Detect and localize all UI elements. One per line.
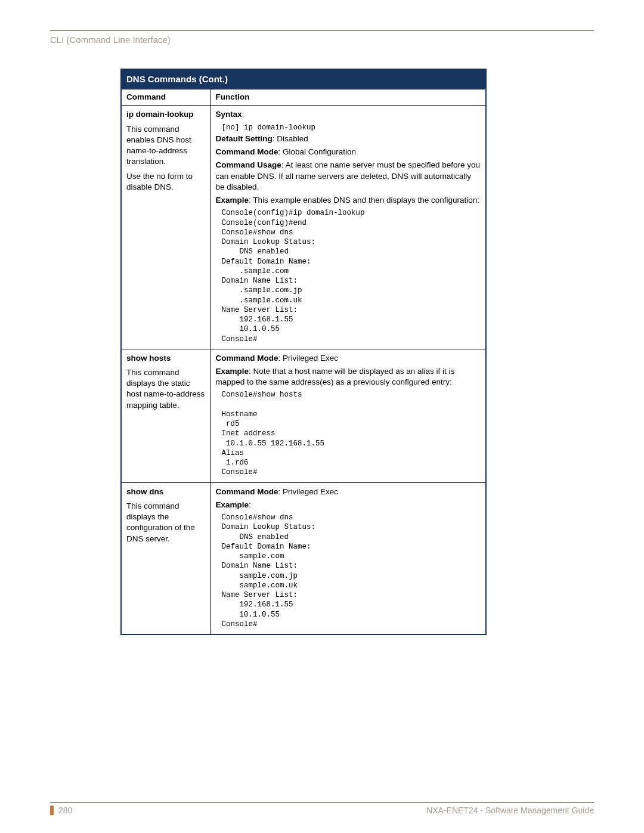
doc-title: NXA-ENET24 - Software Management Guide — [426, 806, 594, 815]
mode-val: : Global Configuration — [278, 147, 357, 156]
table-row: show dns This command displays the confi… — [121, 483, 486, 634]
mode-val: : Privileged Exec — [278, 354, 339, 363]
page-footer: 280 NXA-ENET24 - Software Management Gui… — [50, 802, 594, 815]
example-label: Example — [216, 500, 249, 509]
cmd-name: ip domain-lookup — [126, 109, 206, 120]
table-title: DNS Commands (Cont.) — [121, 69, 486, 89]
syntax-code: [no] ip domain-lookup — [222, 123, 481, 132]
example-val: : — [249, 500, 251, 509]
cmd-desc: This command enables DNS host name-to-ad… — [126, 124, 206, 168]
mode-label: Command Mode — [216, 147, 278, 156]
example-code: Console(config)#ip domain-lookup Console… — [222, 208, 481, 344]
default-val: : Disabled — [273, 134, 308, 143]
syntax-label: Syntax — [216, 110, 242, 119]
page-number: 280 — [50, 806, 72, 815]
example-label: Example — [216, 196, 249, 205]
cmd-name: show hosts — [126, 353, 206, 364]
table-row: show hosts This command displays the sta… — [121, 349, 486, 482]
example-code: Console#show dns Domain Lookup Status: D… — [222, 513, 481, 629]
col-header-function: Function — [210, 89, 486, 106]
dns-commands-table: DNS Commands (Cont.) Command Function ip… — [120, 69, 487, 635]
example-code: Console#show hosts Hostname rd5 Inet add… — [222, 390, 481, 477]
example-val: : This example enables DNS and then disp… — [249, 196, 479, 205]
table-row: ip domain-lookup This command enables DN… — [121, 106, 486, 349]
default-label: Default Setting — [216, 134, 273, 143]
cmd-name: show dns — [126, 487, 206, 497]
table-header-row: Command Function — [121, 89, 486, 106]
cmd-desc: This command displays the configuration … — [126, 501, 206, 544]
table-title-row: DNS Commands (Cont.) — [121, 69, 486, 89]
example-label: Example — [216, 367, 249, 376]
mode-val: : Privileged Exec — [278, 487, 339, 496]
mode-label: Command Mode — [216, 487, 278, 496]
breadcrumb: CLI (Command Line Interface) — [50, 35, 594, 45]
col-header-command: Command — [121, 89, 210, 106]
cmd-desc: Use the no form to disable DNS. — [126, 171, 206, 193]
example-val: : Note that a host name will be displaye… — [216, 367, 455, 386]
cmd-desc: This command displays the static host na… — [126, 367, 206, 411]
mode-label: Command Mode — [216, 354, 278, 363]
usage-label: Command Usage — [216, 160, 281, 169]
